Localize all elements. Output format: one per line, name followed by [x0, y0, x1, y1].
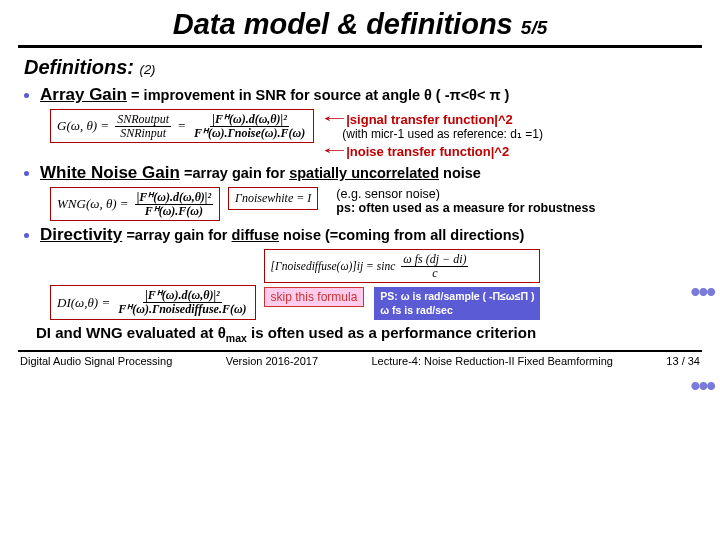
formula-box-array-gain: G(ω, θ) = SNRoutput SNRinput = |Fᴴ(ω).d(… — [50, 109, 314, 143]
term-directivity: Directivity — [40, 225, 122, 244]
ag-frac-snr: SNRoutput SNRinput — [115, 113, 171, 139]
wng-lhs: WNG(ω, θ) = — [57, 196, 129, 212]
title-rule — [18, 45, 702, 48]
formula-directivity: DI(ω,θ) = |Fᴴ(ω).d(ω,θ)|² Fᴴ(ω).Γnoisedi… — [50, 249, 702, 319]
wng-note1: (e.g. sensor noise) — [336, 187, 595, 201]
term-wng: White Noise Gain — [40, 163, 180, 182]
formula-wng: WNG(ω, θ) = |Fᴴ(ω).d(ω,θ)|² Fᴴ(ω).F(ω) Γ… — [50, 187, 702, 221]
footer-right: Lecture-4: Noise Reduction-II Fixed Beam… — [371, 355, 613, 367]
footer: Digital Audio Signal Processing Version … — [18, 355, 702, 367]
desc-array-gain: = improvement in SNR for source at angle… — [131, 87, 509, 103]
term-array-gain: Array Gain — [40, 85, 127, 104]
item-directivity: Directivity =array gain for diffuse nois… — [40, 225, 702, 319]
formula-box-di: DI(ω,θ) = |Fᴴ(ω).d(ω,θ)|² Fᴴ(ω).Γnoisedi… — [50, 285, 256, 319]
ps-omega-box: PS: ω is rad/sample ( -Π≤ω≤Π ) ω fs is r… — [374, 287, 540, 319]
di-sinc-frac: ω fs (dj − di) c — [401, 253, 468, 279]
di-sinc-box: [Γnoisediffuse(ω)]ij = sinc ω fs (dj − d… — [264, 249, 541, 283]
footer-page: 13 / 34 — [666, 355, 700, 367]
wng-note2: ps: often used as a measure for robustne… — [336, 201, 595, 215]
ag-annot-noise: |noise transfer function|^2 — [346, 144, 509, 159]
section-heading: Definitions: (2) — [24, 56, 702, 79]
wng-frac: |Fᴴ(ω).d(ω,θ)|² Fᴴ(ω).F(ω) — [135, 191, 213, 217]
di-right-block: [Γnoisediffuse(ω)]ij = sinc ω fs (dj − d… — [264, 249, 541, 319]
wng-gamma-box: Γnoisewhite = I — [228, 187, 318, 210]
di-frac: |Fᴴ(ω).d(ω,θ)|² Fᴴ(ω).Γnoisediffuse.F(ω) — [116, 289, 248, 315]
section-sub: (2) — [140, 62, 156, 77]
ag-frac-main: |Fᴴ(ω).d(ω,θ)|² Fᴴ(ω).Γnoise(ω).F(ω) — [192, 113, 307, 139]
footer-left: Digital Audio Signal Processing — [20, 355, 172, 367]
arrow-icon: ← — [313, 109, 356, 127]
page-title: Data model & definitions 5/5 — [18, 8, 702, 41]
desc-wng: =array gain for spatially uncorrelated n… — [184, 165, 481, 181]
footer-rule — [18, 350, 702, 352]
title-main: Data model & definitions — [173, 8, 513, 40]
ag-annotations: ←|signal transfer function|^2 (with micr… — [322, 109, 543, 159]
arrow-icon: ← — [313, 141, 356, 159]
item-white-noise-gain: White Noise Gain =array gain for spatial… — [40, 163, 702, 221]
footer-mid: Version 2016-2017 — [226, 355, 318, 367]
decorative-dots: ••• — [691, 378, 714, 395]
formula-array-gain: G(ω, θ) = SNRoutput SNRinput = |Fᴴ(ω).d(… — [50, 109, 702, 159]
title-part: 5/5 — [521, 17, 547, 38]
di-lhs: DI(ω,θ) = — [57, 295, 110, 311]
section-label: Definitions: — [24, 56, 134, 78]
ag-annot-signal: |signal transfer function|^2 — [346, 112, 513, 127]
decorative-dots: ••• — [691, 284, 714, 301]
closing-statement: DI and WNG evaluated at θmax is often us… — [36, 324, 702, 344]
wng-notes: (e.g. sensor noise) ps: often used as a … — [326, 187, 595, 215]
ag-annot-ref: (with micr-1 used as reference: d₁ =1) — [322, 127, 543, 141]
definition-list: Array Gain = improvement in SNR for sour… — [22, 85, 702, 320]
formula-box-wng: WNG(ω, θ) = |Fᴴ(ω).d(ω,θ)|² Fᴴ(ω).F(ω) — [50, 187, 220, 221]
item-array-gain: Array Gain = improvement in SNR for sour… — [40, 85, 702, 159]
slide: Data model & definitions 5/5 Definitions… — [0, 0, 720, 540]
desc-directivity: =array gain for diffuse noise (=coming f… — [126, 227, 524, 243]
ag-lhs: G(ω, θ) = — [57, 118, 109, 134]
skip-formula-callout: skip this formula — [264, 287, 365, 307]
